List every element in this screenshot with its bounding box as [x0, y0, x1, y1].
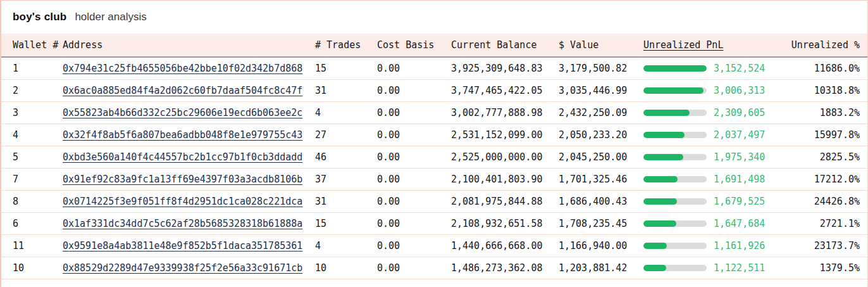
address-cell: 0x91ef92c83a9fc1a13ff69e4397f03a3acdb810… — [63, 168, 315, 190]
address-cell: 0x794e31c25fb4655056be42bbe10f02d342b7d8… — [63, 57, 315, 79]
holders-table-body: 1 0x794e31c25fb4655056be42bbe10f02d342b7… — [1, 57, 867, 279]
address-cell: 0x0714225f3e9f051ff8f4d2951dc1ca028c221d… — [63, 190, 315, 212]
trades-cell: 46 — [315, 146, 377, 168]
pnl-bar-fill — [643, 132, 685, 138]
unrealized-pnl-cell: 1,161,926 — [643, 234, 781, 257]
pnl-value: 1,679,525 — [714, 196, 765, 207]
trades-cell: 15 — [315, 212, 377, 234]
current-balance-cell: 2,108,932,651.58 — [451, 212, 559, 234]
pnl-bar-fill — [643, 176, 678, 182]
column-header-cost-basis: Cost Basis — [377, 34, 451, 57]
column-header-address: Address — [63, 34, 315, 57]
dollar-value-cell: 2,432,250.09 — [559, 101, 643, 124]
unrealized-pnl-cell: 2,037,497 — [643, 124, 781, 146]
wallet-address-link[interactable]: 0x9591e8a4ab3811e48e9f852b5f1daca3517853… — [63, 240, 302, 252]
unrealized-pct-cell: 10318.8% — [781, 79, 867, 101]
pnl-bar-fill — [643, 243, 667, 249]
current-balance-cell: 1,486,273,362.08 — [451, 257, 559, 279]
column-header-unrealized-pnl-sort[interactable]: Unrealized PnL — [643, 34, 781, 57]
pnl-bar-track — [643, 220, 707, 227]
dollar-value-cell: 1,686,400.43 — [559, 190, 643, 212]
table-row: 6 0x1af331dc34dd7c5c62af28b5685328318b61… — [1, 212, 867, 234]
unrealized-pct-cell: 11686.0% — [781, 57, 867, 79]
trades-cell: 31 — [315, 79, 377, 101]
pnl-value: 1,161,926 — [714, 240, 765, 252]
token-name: boy's club — [13, 11, 66, 23]
unrealized-pct-cell: 2721.1% — [781, 212, 867, 234]
pnl-value: 2,309,605 — [714, 107, 765, 118]
cost-basis-cell: 0.00 — [377, 168, 451, 190]
table-row: 3 0x55823ab4b66d332c25bc29606e19ecd6b063… — [1, 101, 867, 124]
wallet-number-cell: 7 — [1, 168, 63, 190]
table-row: 10 0x88529d2289d47e9339938f25f2e56a33c91… — [1, 257, 867, 279]
pnl-bar-fill — [643, 198, 677, 205]
wallet-number-cell: 2 — [1, 79, 63, 101]
current-balance-cell: 3,747,465,422.05 — [451, 79, 559, 101]
unrealized-pnl-cell: 1,679,525 — [643, 190, 781, 212]
wallet-address-link[interactable]: 0x6ac0a885ed84f4a2d062c60fb7daaf504fc8c4… — [63, 85, 302, 96]
pnl-bar-track — [643, 176, 707, 182]
column-header-value: $ Value — [559, 34, 643, 57]
address-cell: 0x1af331dc34dd7c5c62af28b5685328318b6188… — [63, 212, 315, 234]
wallet-address-link[interactable]: 0x88529d2289d47e9339938f25f2e56a33c91671… — [63, 262, 302, 274]
table-row: 1 0x794e31c25fb4655056be42bbe10f02d342b7… — [1, 57, 867, 79]
current-balance-cell: 2,531,152,099.00 — [451, 124, 559, 146]
unrealized-pct-cell: 1883.2% — [781, 101, 867, 124]
pnl-bar-track — [643, 243, 707, 249]
wallet-address-link[interactable]: 0x32f4f8ab5f6a807bea6adbb048f8e1e979755c… — [63, 129, 302, 141]
pnl-bar-fill — [643, 65, 707, 72]
column-header-trades: # Trades — [315, 34, 377, 57]
wallet-address-link[interactable]: 0xbd3e560a140f4c44557bc2b1cc97b1f0cb3dda… — [63, 151, 302, 163]
pnl-value: 1,122,511 — [714, 262, 765, 274]
pnl-bar-fill — [643, 154, 683, 160]
pnl-bar-track — [643, 198, 707, 205]
titlebar: boy's club holder analysis — [1, 1, 867, 34]
pnl-value: 3,152,524 — [714, 63, 765, 74]
cost-basis-cell: 0.00 — [377, 146, 451, 168]
column-header-current-balance: Current Balance — [451, 34, 559, 57]
address-cell: 0xbd3e560a140f4c44557bc2b1cc97b1f0cb3dda… — [63, 146, 315, 168]
pnl-value: 2,037,497 — [714, 129, 765, 141]
current-balance-cell: 2,081,975,844.88 — [451, 190, 559, 212]
unrealized-pct-cell: 2825.5% — [781, 146, 867, 168]
table-row: 7 0x91ef92c83a9fc1a13ff69e4397f03a3acdb8… — [1, 168, 867, 190]
trades-cell: 15 — [315, 57, 377, 79]
table-header: Wallet # Address # Trades Cost Basis Cur… — [1, 34, 867, 57]
wallet-address-link[interactable]: 0x91ef92c83a9fc1a13ff69e4397f03a3acdb810… — [63, 174, 302, 185]
cost-basis-cell: 0.00 — [377, 124, 451, 146]
table-row: 11 0x9591e8a4ab3811e48e9f852b5f1daca3517… — [1, 234, 867, 257]
wallet-number-cell: 10 — [1, 257, 63, 279]
cost-basis-cell: 0.00 — [377, 101, 451, 124]
unrealized-pnl-cell: 3,152,524 — [643, 57, 781, 79]
unrealized-pct-cell: 23173.7% — [781, 234, 867, 257]
address-cell: 0x6ac0a885ed84f4a2d062c60fb7daaf504fc8c4… — [63, 79, 315, 101]
current-balance-cell: 2,525,000,000.00 — [451, 146, 559, 168]
holder-analysis-app: boy's club holder analysis Wallet # Addr… — [0, 0, 868, 287]
wallet-number-cell: 6 — [1, 212, 63, 234]
address-cell: 0x9591e8a4ab3811e48e9f852b5f1daca3517853… — [63, 234, 315, 257]
column-header-wallet: Wallet # — [1, 34, 63, 57]
wallet-address-link[interactable]: 0x55823ab4b66d332c25bc29606e19ecd6b063ee… — [63, 107, 302, 118]
page-title: holder analysis — [75, 11, 146, 23]
trades-cell: 37 — [315, 168, 377, 190]
current-balance-cell: 1,440,666,668.00 — [451, 234, 559, 257]
cost-basis-cell: 0.00 — [377, 257, 451, 279]
dollar-value-cell: 2,050,233.20 — [559, 124, 643, 146]
unrealized-pct-cell: 15997.8% — [781, 124, 867, 146]
trades-cell: 4 — [315, 101, 377, 124]
wallet-address-link[interactable]: 0x1af331dc34dd7c5c62af28b5685328318b6188… — [63, 218, 302, 229]
unrealized-pnl-cell: 3,006,313 — [643, 79, 781, 101]
table-row: 8 0x0714225f3e9f051ff8f4d2951dc1ca028c22… — [1, 190, 867, 212]
pnl-bar-track — [643, 154, 707, 160]
dollar-value-cell: 3,179,500.82 — [559, 57, 643, 79]
wallet-number-cell: 8 — [1, 190, 63, 212]
cost-basis-cell: 0.00 — [377, 79, 451, 101]
pnl-value: 1,975,340 — [714, 151, 765, 163]
pnl-bar-fill — [643, 87, 704, 94]
wallet-address-link[interactable]: 0x0714225f3e9f051ff8f4d2951dc1ca028c221d… — [63, 196, 302, 207]
pnl-value: 3,006,313 — [714, 85, 765, 96]
unrealized-pct-cell: 24426.8% — [781, 190, 867, 212]
wallet-address-link[interactable]: 0x794e31c25fb4655056be42bbe10f02d342b7d8… — [63, 63, 302, 74]
dollar-value-cell: 1,708,235.45 — [559, 212, 643, 234]
wallet-number-cell: 11 — [1, 234, 63, 257]
